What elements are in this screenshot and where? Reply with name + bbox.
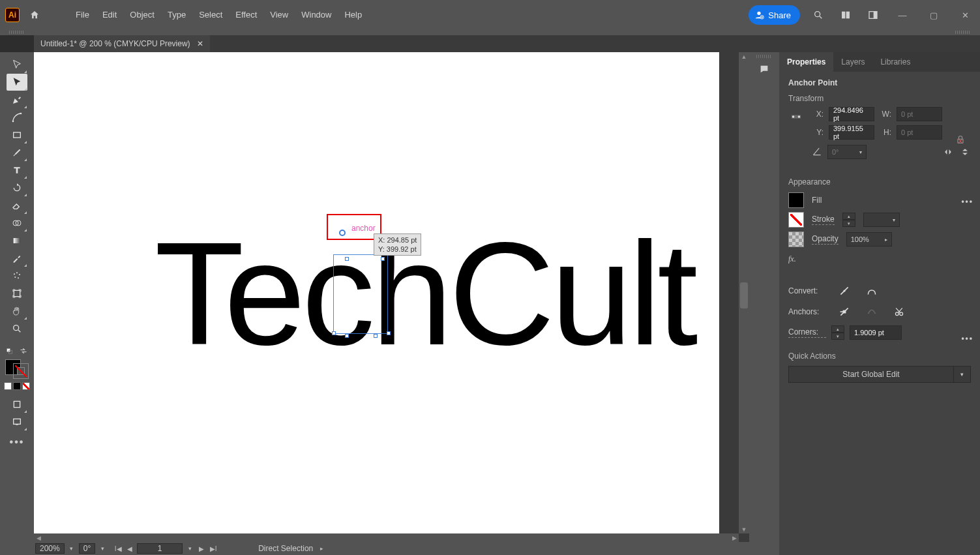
anchor-handle[interactable] bbox=[332, 331, 336, 335]
appearance-more-icon[interactable]: ••• bbox=[961, 334, 973, 343]
window-close-button[interactable]: ✕ bbox=[954, 8, 976, 22]
corner-radius-input[interactable]: 1.9009 pt bbox=[850, 325, 902, 340]
hand-tool[interactable] bbox=[7, 303, 27, 320]
transform-more-icon[interactable]: ••• bbox=[961, 197, 973, 206]
comments-panel-icon[interactable] bbox=[754, 61, 774, 78]
remove-anchor-icon[interactable] bbox=[835, 305, 854, 319]
artboard-number[interactable]: 1 bbox=[137, 543, 183, 554]
rotation-combo[interactable]: 0° bbox=[79, 543, 95, 554]
menu-edit[interactable]: Edit bbox=[96, 0, 123, 30]
artboard-last-icon[interactable]: ▶I bbox=[207, 543, 219, 554]
stroke-color-swatch[interactable] bbox=[788, 212, 804, 228]
corner-radius-stepper[interactable]: ▴▾ bbox=[831, 325, 844, 340]
menu-select[interactable]: Select bbox=[192, 0, 229, 30]
opacity-input[interactable]: 100%▸ bbox=[846, 232, 892, 247]
curvature-tool[interactable] bbox=[7, 109, 27, 126]
anchor-handle[interactable] bbox=[345, 334, 349, 338]
home-icon[interactable] bbox=[26, 8, 43, 22]
default-swap-icons[interactable] bbox=[2, 344, 32, 357]
fill-stroke-swatches[interactable] bbox=[4, 359, 30, 379]
status-menu-icon[interactable]: ▸ bbox=[316, 545, 327, 552]
artboard-prev-icon[interactable]: ◀ bbox=[124, 543, 136, 554]
scroll-left-icon[interactable]: ◀ bbox=[34, 533, 43, 542]
selection-type-heading: Anchor Point bbox=[788, 78, 971, 87]
zoom-chevron-icon[interactable]: ▾ bbox=[66, 545, 78, 552]
rotate-tool[interactable] bbox=[7, 179, 27, 196]
scroll-up-icon[interactable]: ▲ bbox=[739, 52, 749, 61]
start-global-edit-button[interactable]: Start Global Edit bbox=[788, 366, 954, 383]
menu-window[interactable]: Window bbox=[295, 0, 338, 30]
rectangle-tool[interactable] bbox=[7, 127, 27, 143]
tab-libraries[interactable]: Libraries bbox=[872, 52, 918, 72]
convert-corner-icon[interactable] bbox=[835, 284, 854, 298]
opacity-label[interactable]: Opacity bbox=[812, 234, 839, 245]
menu-object[interactable]: Object bbox=[123, 0, 161, 30]
artboard-first-icon[interactable]: I◀ bbox=[112, 543, 124, 554]
gradient-tool[interactable] bbox=[7, 232, 27, 249]
shape-builder-tool[interactable] bbox=[7, 215, 27, 232]
fill-color-swatch[interactable] bbox=[788, 192, 804, 208]
menu-type[interactable]: Type bbox=[161, 0, 192, 30]
edit-toolbar-button[interactable]: ••• bbox=[10, 436, 25, 448]
paintbrush-tool[interactable] bbox=[7, 144, 27, 161]
menu-file[interactable]: File bbox=[69, 0, 96, 30]
stroke-weight-input[interactable]: ▾ bbox=[863, 213, 900, 227]
svg-rect-12 bbox=[14, 238, 21, 243]
menu-effect[interactable]: Effect bbox=[229, 0, 263, 30]
type-tool[interactable] bbox=[7, 162, 27, 179]
symbol-sprayer-tool[interactable] bbox=[7, 267, 27, 284]
x-input[interactable]: 294.8496 pt bbox=[829, 107, 874, 121]
artboard-chevron-icon[interactable]: ▾ bbox=[184, 545, 196, 552]
y-input[interactable]: 399.9155 pt bbox=[829, 125, 874, 140]
pen-tool[interactable] bbox=[7, 91, 27, 108]
artboard[interactable]: TechCult anchor X: 294.85 pt Y: 399.92 p… bbox=[34, 52, 719, 533]
rotate-angle-input[interactable]: 0°▾ bbox=[827, 145, 867, 159]
direct-selection-tool[interactable] bbox=[7, 74, 27, 91]
convert-smooth-icon[interactable] bbox=[863, 284, 881, 298]
screen-mode[interactable] bbox=[7, 413, 27, 430]
cut-path-icon[interactable] bbox=[890, 305, 908, 319]
artboard-next-icon[interactable]: ▶ bbox=[196, 543, 207, 554]
eyedropper-tool[interactable] bbox=[7, 250, 27, 267]
constrain-proportions-icon[interactable] bbox=[955, 134, 966, 147]
corners-label[interactable]: Corners: bbox=[788, 327, 826, 338]
menu-help[interactable]: Help bbox=[338, 0, 368, 30]
arrange-documents-icon[interactable] bbox=[837, 6, 855, 24]
search-icon[interactable] bbox=[809, 6, 827, 24]
fx-button[interactable]: fx. bbox=[788, 254, 971, 264]
scroll-right-icon[interactable]: ▶ bbox=[730, 533, 739, 542]
flip-vertical-icon[interactable] bbox=[959, 146, 971, 158]
workspace-switcher-icon[interactable] bbox=[864, 6, 882, 24]
anchor-handle[interactable] bbox=[345, 257, 349, 261]
document-tab[interactable]: Untitled-1* @ 200 % (CMYK/CPU Preview) ✕ bbox=[34, 35, 210, 52]
flip-horizontal-icon[interactable] bbox=[942, 146, 954, 158]
global-edit-more-icon[interactable]: ▾ bbox=[954, 366, 971, 383]
window-maximize-button[interactable]: ▢ bbox=[923, 8, 945, 22]
zoom-combo[interactable]: 200% bbox=[35, 543, 65, 554]
reference-point-icon[interactable] bbox=[788, 111, 804, 123]
stroke-label[interactable]: Stroke bbox=[812, 215, 835, 225]
tab-layers[interactable]: Layers bbox=[833, 52, 872, 72]
stroke-swatch[interactable] bbox=[13, 363, 29, 379]
close-tab-icon[interactable]: ✕ bbox=[197, 39, 203, 48]
anchor-handle[interactable] bbox=[381, 257, 385, 261]
share-button[interactable]: Share bbox=[749, 5, 800, 25]
tab-properties[interactable]: Properties bbox=[779, 52, 833, 72]
zoom-tool[interactable] bbox=[7, 320, 27, 337]
draw-mode-normal[interactable] bbox=[7, 396, 27, 413]
eraser-tool[interactable] bbox=[7, 197, 27, 214]
selected-anchor-point[interactable] bbox=[339, 230, 346, 236]
rotation-chevron-icon[interactable]: ▾ bbox=[97, 545, 108, 552]
selection-tool[interactable] bbox=[7, 56, 27, 73]
scroll-down-icon[interactable]: ▼ bbox=[739, 525, 749, 533]
anchor-handle[interactable] bbox=[374, 334, 378, 338]
horizontal-scrollbar[interactable]: ◀ ▶ bbox=[34, 533, 739, 542]
artboard-tool[interactable] bbox=[7, 285, 27, 302]
scroll-thumb[interactable] bbox=[740, 282, 748, 308]
anchor-handle[interactable] bbox=[387, 331, 391, 335]
vertical-scrollbar[interactable]: ▲ ▼ bbox=[739, 52, 749, 533]
stroke-weight-stepper[interactable]: ▴▾ bbox=[842, 213, 855, 227]
color-mode-triplet[interactable] bbox=[4, 382, 30, 390]
window-minimize-button[interactable]: — bbox=[891, 8, 913, 22]
menu-view[interactable]: View bbox=[263, 0, 295, 30]
